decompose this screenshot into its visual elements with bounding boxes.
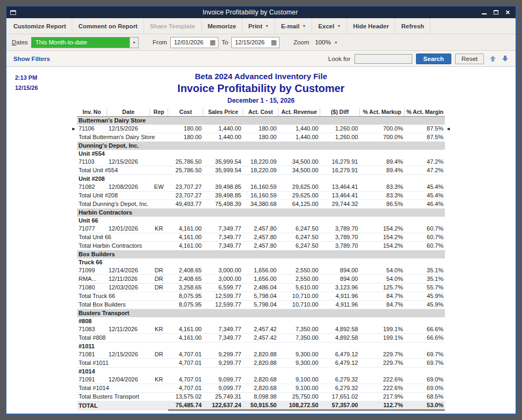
from-date-field[interactable]: 12/01/2026 ▦ (170, 37, 218, 48)
row-selection-marker (445, 117, 451, 125)
value-cell: 2,550.00 (278, 275, 320, 284)
row-selection-marker (71, 342, 77, 351)
row-selection-marker (445, 192, 451, 200)
excel-button[interactable]: Excel ▼ (312, 18, 347, 34)
invoice-row[interactable]: 7107712/01/2026KR4,161.007,349.772,457.8… (71, 225, 452, 233)
invoice-row[interactable]: 7109112/04/2026KR4,707.019,099.772,820.6… (71, 376, 452, 384)
value-cell: 23,707.27 (168, 183, 203, 192)
total-value-cell: 25,786.50 (168, 166, 203, 175)
minimize-button[interactable] (482, 9, 487, 16)
look-for-input[interactable] (354, 54, 412, 64)
row-selection-marker (445, 284, 451, 292)
column-header-act-markup[interactable]: % Act. Markup (360, 108, 405, 117)
column-header-date[interactable]: Date (107, 108, 150, 117)
close-button[interactable]: ✕ (505, 9, 510, 16)
table-header-row: Inv. NoDateRepCostSales PriceAct. CostAc… (71, 108, 452, 117)
column-header-act-margin[interactable]: % Act. Margin (405, 108, 445, 117)
date-range-dropdown-arrow[interactable]: ▼ (130, 37, 138, 48)
value-cell: 9,300.00 (278, 350, 320, 359)
value-cell: 7,350.00 (278, 325, 320, 334)
total-row: Total #10114,707.019,299.772,820.889,300… (71, 359, 452, 368)
show-filters-link[interactable]: Show Filters (13, 56, 50, 62)
invoice-row[interactable]: ▶7110612/15/2026180.001,440.00180.001,44… (71, 125, 452, 133)
window-menu-icon[interactable] (10, 10, 19, 15)
value-cell: 7,349.77 (203, 225, 243, 233)
email-button[interactable]: E-mail ▼ (275, 18, 312, 34)
zoom-dropdown[interactable]: 100% ▼ (312, 39, 340, 45)
to-date-field[interactable]: 12/15/2026 ▦ (231, 37, 279, 48)
total-value-cell: 69.0% (405, 384, 445, 393)
reset-button[interactable]: Reset (455, 54, 484, 64)
total-value-cell: 6,479.12 (320, 359, 360, 368)
invoice-row[interactable]: 7108212/08/2026EW23,707.2739,498.8516,16… (71, 183, 452, 192)
total-value-cell: 1,260.00 (320, 133, 360, 142)
row-selection-marker (71, 217, 77, 225)
total-value-cell: 16,160.59 (243, 192, 278, 200)
column-header-sales-price[interactable]: Sales Price (203, 108, 243, 117)
row-selection-marker: ◀ (445, 125, 451, 133)
total-value-cell: 75,498.39 (203, 200, 243, 209)
comment-on-report-button[interactable]: Comment on Report (72, 18, 144, 34)
value-cell: 180.00 (168, 125, 203, 133)
invoice-row[interactable]: RMA...12/11/2026DR2,408.653,000.001,656.… (71, 275, 452, 284)
calendar-icon[interactable]: ▦ (210, 39, 216, 45)
chevron-down-icon: ▼ (265, 24, 269, 28)
date-range-dropdown[interactable]: This Month-to-date ▼ (31, 37, 139, 48)
invoice-row[interactable]: 7108112/15/2026DR4,707.019,299.772,820.8… (71, 350, 452, 359)
value-cell: 7,349.77 (203, 325, 243, 334)
row-selection-marker (445, 292, 451, 301)
value-cell: 47.2% (405, 158, 445, 166)
refresh-button[interactable]: Refresh (395, 18, 430, 34)
memorize-button[interactable]: Memorize (202, 18, 243, 34)
row-selection-marker (71, 376, 77, 384)
invoice-row[interactable]: 7108012/03/2026DR3,258.656,599.772,486.0… (71, 284, 452, 292)
value-cell: 1,656.00 (243, 266, 278, 275)
customer-group-row: Butterman's Dairy Store (71, 117, 452, 125)
column-header-rep[interactable]: Rep (150, 108, 168, 117)
row-label: Box Builders (77, 250, 445, 259)
scroll-up-icon[interactable] (489, 55, 496, 62)
row-selection-marker (445, 359, 451, 368)
invoice-row[interactable]: 7108312/11/2026KR4,161.007,349.772,457.4… (71, 325, 452, 334)
total-value-cell: 69.7% (405, 359, 445, 368)
column-header-act-revenue[interactable]: Act. Revenue (278, 108, 320, 117)
total-row-label: Total #1014 (77, 384, 168, 393)
invoice-row[interactable]: 7109912/14/2026DR2,408.653,000.001,656.0… (71, 266, 452, 275)
column-header-cost[interactable]: Cost (168, 108, 203, 117)
total-value-cell: 1,440.00 (203, 133, 243, 142)
value-cell: 4,161.00 (168, 225, 203, 233)
total-value-cell: 6,247.50 (278, 233, 320, 242)
invoice-date: 12/08/2026 (107, 183, 150, 192)
scroll-down-icon[interactable] (502, 55, 509, 62)
total-value-cell: 66.6% (405, 334, 445, 342)
customer-group-row: Box Builders (71, 250, 452, 259)
total-value-cell: 8,075.95 (168, 292, 203, 301)
column-header-inv-no[interactable]: Inv. No (77, 108, 107, 117)
share-template-button[interactable]: Share Template (144, 18, 202, 34)
row-label: Harbin Contractors (77, 209, 445, 217)
total-value-cell: 6,279.32 (320, 384, 360, 393)
row-selection-marker (71, 209, 77, 217)
invoice-date: 12/14/2026 (107, 266, 150, 275)
job-subgroup-row: #808 (71, 317, 452, 325)
total-row: Total Unit #20823,707.2739,498.8516,160.… (71, 192, 452, 200)
value-cell: 9,299.77 (203, 350, 243, 359)
invoice-date: 12/15/2026 (107, 158, 150, 166)
customize-report-button[interactable]: Customize Report (7, 18, 72, 34)
maximize-button[interactable] (494, 9, 498, 16)
search-button[interactable]: Search (416, 54, 451, 64)
row-selection-marker (445, 175, 451, 184)
column-header-diff[interactable]: ($) Diff (320, 108, 360, 117)
maximize-icon (494, 10, 498, 14)
print-button[interactable]: Print ▼ (243, 18, 275, 34)
calendar-icon[interactable]: ▦ (271, 39, 277, 45)
column-header-act-cost[interactable]: Act. Cost (243, 108, 278, 117)
rep-initials: DR (150, 350, 168, 359)
row-label: Unit #554 (77, 150, 445, 158)
hide-header-button[interactable]: Hide Header (347, 18, 395, 34)
invoice-row[interactable]: 7110312/15/202625,786.5035,999.5418,220.… (71, 158, 452, 166)
dates-label: Dates (12, 39, 28, 45)
invoice-number: 71077 (77, 225, 107, 233)
rep-initials: EW (150, 183, 168, 192)
total-value-cell: 217.9% (360, 393, 405, 401)
